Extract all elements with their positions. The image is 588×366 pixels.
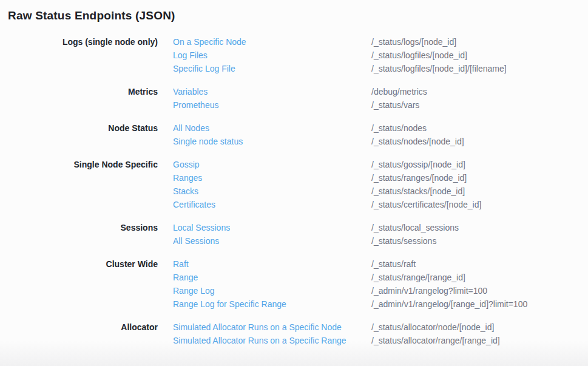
endpoint-links-column: Local SessionsAll Sessions	[158, 221, 371, 248]
endpoint-paths-column: /_status/local_sessions/_status/sessions	[371, 221, 588, 248]
endpoint-path: /_status/allocator/range/[range_id]	[371, 334, 588, 347]
category-label: Allocator	[0, 320, 158, 347]
endpoint-group: MetricsVariablesPrometheus/debug/metrics…	[0, 85, 588, 112]
endpoint-link[interactable]: Prometheus	[173, 98, 371, 112]
endpoint-paths-column: /_status/allocator/node/[node_id]/_statu…	[371, 320, 588, 347]
endpoint-group: Single Node SpecificGossipRangesStacksCe…	[0, 158, 588, 211]
endpoint-link[interactable]: Range Log	[173, 284, 371, 297]
category-label: Sessions	[0, 221, 158, 248]
endpoint-link[interactable]: All Sessions	[173, 234, 371, 248]
endpoint-link[interactable]: Local Sessions	[173, 221, 371, 234]
endpoint-paths-column: /_status/logs/[node_id]/_status/logfiles…	[371, 35, 588, 75]
endpoint-path: /_status/logfiles/[node_id]	[371, 49, 588, 62]
endpoint-path: /_admin/v1/rangelog/[range_id]?limit=100	[371, 297, 588, 311]
endpoint-link[interactable]: Log Files	[173, 49, 371, 62]
endpoint-links-column: RaftRangeRange LogRange Log for Specific…	[158, 257, 371, 311]
endpoint-link[interactable]: Gossip	[173, 158, 371, 171]
endpoint-path: /_status/sessions	[371, 234, 588, 248]
page-title: Raw Status Endpoints (JSON)	[0, 0, 588, 24]
category-label: Cluster Wide	[0, 257, 158, 311]
category-label: Logs (single node only)	[0, 35, 158, 75]
endpoint-paths-column: /debug/metrics/_status/vars	[371, 85, 588, 112]
endpoint-path: /_status/vars	[371, 98, 588, 112]
endpoint-path: /_status/nodes	[371, 121, 588, 135]
endpoint-link[interactable]: Raft	[173, 257, 371, 271]
endpoint-path: /_status/range/[range_id]	[371, 271, 588, 284]
endpoint-path: /_admin/v1/rangelog?limit=100	[371, 284, 588, 297]
endpoint-path: /_status/certificates/[node_id]	[371, 198, 588, 211]
endpoint-link[interactable]: Range	[173, 271, 371, 284]
endpoint-path: /_status/logs/[node_id]	[371, 35, 588, 49]
endpoint-group: Logs (single node only)On a Specific Nod…	[0, 35, 588, 75]
endpoint-group: Node StatusAll NodesSingle node status/_…	[0, 121, 588, 148]
endpoint-path: /_status/raft	[371, 257, 588, 271]
endpoint-path: /_status/local_sessions	[371, 221, 588, 234]
endpoint-group: Cluster WideRaftRangeRange LogRange Log …	[0, 257, 588, 311]
endpoint-path: /_status/allocator/node/[node_id]	[371, 320, 588, 334]
endpoint-path: /debug/metrics	[371, 85, 588, 98]
endpoint-link[interactable]: Ranges	[173, 171, 371, 185]
endpoint-link[interactable]: Range Log for Specific Range	[173, 297, 371, 311]
endpoint-links-column: All NodesSingle node status	[158, 121, 371, 148]
endpoints-table: Logs (single node only)On a Specific Nod…	[0, 35, 588, 347]
endpoint-paths-column: /_status/raft/_status/range/[range_id]/_…	[371, 257, 588, 311]
endpoint-link[interactable]: Certificates	[173, 198, 371, 211]
endpoint-link[interactable]: Simulated Allocator Runs on a Specific N…	[173, 320, 371, 334]
endpoint-link[interactable]: Simulated Allocator Runs on a Specific R…	[173, 334, 371, 347]
endpoint-path: /_status/ranges/[node_id]	[371, 171, 588, 185]
endpoint-group: SessionsLocal SessionsAll Sessions/_stat…	[0, 221, 588, 248]
endpoint-group: AllocatorSimulated Allocator Runs on a S…	[0, 320, 588, 347]
category-label: Metrics	[0, 85, 158, 112]
endpoint-links-column: VariablesPrometheus	[158, 85, 371, 112]
endpoint-link[interactable]: Specific Log File	[173, 62, 371, 75]
endpoint-link[interactable]: Single node status	[173, 135, 371, 148]
endpoint-path: /_status/gossip/[node_id]	[371, 158, 588, 171]
endpoint-path: /_status/nodes/[node_id]	[371, 135, 588, 148]
endpoint-link[interactable]: On a Specific Node	[173, 35, 371, 49]
endpoint-link[interactable]: Variables	[173, 85, 371, 98]
endpoint-paths-column: /_status/gossip/[node_id]/_status/ranges…	[371, 158, 588, 211]
endpoint-path: /_status/logfiles/[node_id]/[filename]	[371, 62, 588, 75]
endpoint-links-column: On a Specific NodeLog FilesSpecific Log …	[158, 35, 371, 75]
endpoint-paths-column: /_status/nodes/_status/nodes/[node_id]	[371, 121, 588, 148]
endpoint-links-column: GossipRangesStacksCertificates	[158, 158, 371, 211]
category-label: Single Node Specific	[0, 158, 158, 211]
endpoint-link[interactable]: All Nodes	[173, 121, 371, 135]
endpoint-link[interactable]: Stacks	[173, 185, 371, 198]
category-label: Node Status	[0, 121, 158, 148]
endpoint-links-column: Simulated Allocator Runs on a Specific N…	[158, 320, 371, 347]
endpoint-path: /_status/stacks/[node_id]	[371, 185, 588, 198]
